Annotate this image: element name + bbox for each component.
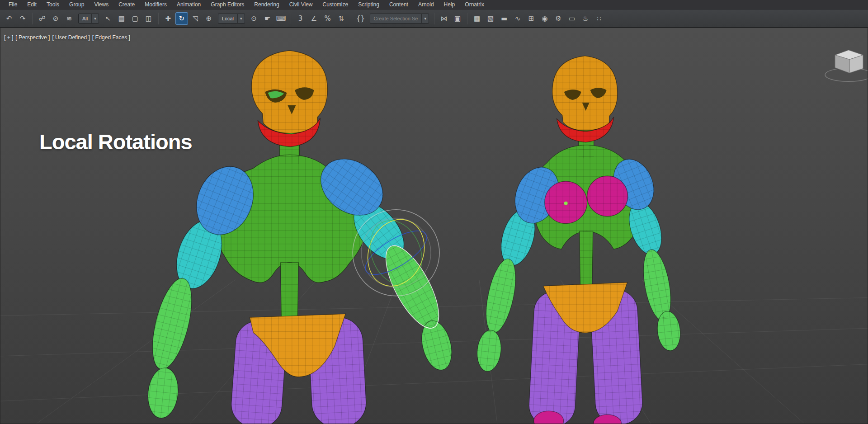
menu-graph-editors[interactable]: Graph Editors [206, 0, 249, 9]
viewport-shading-label[interactable]: [ Edged Faces ] [92, 34, 130, 41]
toolbar-separator [32, 13, 33, 24]
menu-arnold[interactable]: Arnold [413, 0, 439, 9]
menu-rendering[interactable]: Rendering [249, 0, 284, 9]
menu-customize[interactable]: Customize [318, 0, 354, 9]
menu-file[interactable]: File [4, 0, 22, 9]
render-production-icon[interactable]: ♨ [579, 12, 592, 25]
named-selection-sets-dropdown[interactable]: Create Selection Se▾ [370, 14, 429, 24]
character-right[interactable] [475, 56, 682, 424]
toolbar-separator [291, 13, 291, 24]
menu-bar: FileEditToolsGroupViewsCreateModifiersAn… [0, 0, 868, 9]
rectangular-selection-region-icon[interactable]: ▢ [129, 12, 142, 25]
viewport-view-label[interactable]: [ User Defined ] [52, 34, 90, 41]
select-object-icon[interactable]: ↖ [102, 12, 114, 25]
toggle-layer-explorer-icon[interactable]: ▧ [484, 12, 497, 25]
select-and-manipulate-icon[interactable]: ☛ [261, 12, 274, 25]
toolbar-separator [158, 13, 159, 24]
arrange-elements-icon[interactable]: ∷ [593, 12, 605, 25]
chevron-down-icon: ▾ [91, 14, 99, 23]
pivot-point-marker [564, 202, 568, 205]
menu-civil-view[interactable]: Civil View [284, 0, 318, 9]
reference-coordinate-system-dropdown[interactable]: Local▾ [218, 14, 245, 24]
spinner-snap-toggle-icon[interactable]: ⇅ [335, 12, 348, 25]
render-setup-icon[interactable]: ⚙ [552, 12, 565, 25]
use-pivot-point-center-icon[interactable]: ⊙ [248, 12, 260, 25]
undo-icon[interactable]: ↶ [3, 12, 15, 25]
menu-views[interactable]: Views [89, 0, 113, 9]
menu-edit[interactable]: Edit [22, 0, 42, 9]
edit-named-selection-sets-icon[interactable]: {} [354, 12, 367, 25]
character-left[interactable] [145, 51, 457, 424]
viewport[interactable]: [ + ][ Perspective ][ User Defined ][ Ed… [0, 28, 868, 424]
selection-filter-dropdown[interactable]: All▾ [78, 14, 99, 24]
unlink-selection-icon[interactable]: ⊘ [49, 12, 62, 25]
chevron-down-icon: ▾ [237, 14, 245, 23]
redo-icon[interactable]: ↷ [16, 12, 29, 25]
menu-content[interactable]: Content [384, 0, 413, 9]
main-toolbar: ↶↷☍⊘≋All▾↖▤▢◫✚↻◹⊕Local▾⊙☛⌨3∠%⇅{}Create S… [0, 9, 868, 28]
application-window: FileEditToolsGroupViewsCreateModifiersAn… [0, 0, 868, 424]
viewport-pov-label[interactable]: [ Perspective ] [15, 34, 50, 41]
menu-tools[interactable]: Tools [42, 0, 64, 9]
window-crossing-toggle-icon[interactable]: ◫ [142, 12, 155, 25]
viewcube[interactable] [825, 50, 868, 82]
menu-help[interactable]: Help [439, 0, 460, 9]
curve-editor-icon[interactable]: ∿ [511, 12, 524, 25]
viewport-label: [ + ][ Perspective ][ User Defined ][ Ed… [4, 34, 130, 41]
viewport-general-menu[interactable]: [ + ] [4, 34, 13, 41]
reference-coordinate-system-dropdown-value: Local [218, 16, 237, 21]
toggle-scene-explorer-icon[interactable]: ▦ [471, 12, 483, 25]
character-left-skull[interactable] [251, 51, 327, 133]
schematic-view-icon[interactable]: ⊞ [525, 12, 538, 25]
select-and-rotate-icon[interactable]: ↻ [175, 12, 188, 25]
toggle-ribbon-icon[interactable]: ▬ [498, 12, 510, 25]
mirror-icon[interactable]: ⋈ [438, 12, 450, 25]
named-selection-sets-dropdown-value: Create Selection Se [370, 16, 422, 21]
keyboard-shortcut-override-icon[interactable]: ⌨ [275, 12, 288, 25]
menu-group[interactable]: Group [64, 0, 89, 9]
menu-scripting[interactable]: Scripting [353, 0, 384, 9]
snaps-toggle-icon[interactable]: 3 [294, 12, 307, 25]
toolbar-separator [351, 13, 351, 24]
menu-modifiers[interactable]: Modifiers [140, 0, 172, 9]
overlay-title: Local Rotations [39, 129, 192, 154]
angle-snap-toggle-icon[interactable]: ∠ [308, 12, 321, 25]
scene-canvas[interactable] [0, 28, 868, 424]
menu-ornatrix[interactable]: Ornatrix [460, 0, 489, 9]
chevron-down-icon: ▾ [421, 14, 429, 23]
toolbar-separator [467, 13, 467, 24]
material-editor-icon[interactable]: ◉ [538, 12, 551, 25]
toolbar-separator [434, 13, 434, 24]
bind-to-space-warp-icon[interactable]: ≋ [63, 12, 75, 25]
selection-filter-dropdown-value: All [79, 16, 91, 21]
menu-create[interactable]: Create [113, 0, 140, 9]
menu-animation[interactable]: Animation [172, 0, 206, 9]
select-and-move-icon[interactable]: ✚ [162, 12, 175, 25]
select-and-link-icon[interactable]: ☍ [36, 12, 48, 25]
select-and-place-icon[interactable]: ⊕ [203, 12, 215, 25]
select-and-scale-icon[interactable]: ◹ [189, 12, 202, 25]
rendered-frame-window-icon[interactable]: ▭ [566, 12, 578, 25]
character-right-skull[interactable] [552, 56, 618, 131]
percent-snap-toggle-icon[interactable]: % [321, 12, 334, 25]
align-icon[interactable]: ▣ [451, 12, 464, 25]
select-by-name-icon[interactable]: ▤ [115, 12, 128, 25]
